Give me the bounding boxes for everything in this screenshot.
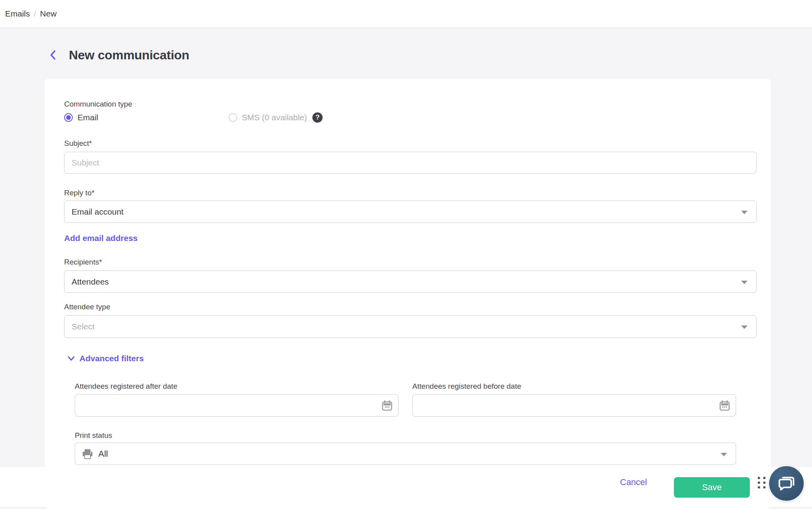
radio-email-label: Email bbox=[78, 113, 98, 122]
attendee-type-placeholder: Select bbox=[72, 322, 94, 331]
calendar-icon[interactable] bbox=[382, 400, 392, 412]
recipients-select[interactable]: Attendees bbox=[64, 270, 757, 293]
chevron-down-icon bbox=[741, 281, 747, 284]
chevron-down-icon bbox=[721, 453, 727, 456]
communication-type-label: Communication type bbox=[64, 100, 757, 108]
chevron-down-icon bbox=[741, 211, 747, 214]
recipients-label: Recipients* bbox=[64, 258, 757, 266]
advanced-filters-label: Advanced filters bbox=[79, 354, 144, 363]
chevron-down-icon bbox=[68, 356, 75, 361]
breadcrumb-separator: / bbox=[34, 9, 36, 18]
radio-selected-dot bbox=[66, 115, 71, 120]
radio-email-circle bbox=[64, 113, 73, 122]
subject-input[interactable] bbox=[64, 152, 757, 174]
advanced-filters-toggle[interactable]: Advanced filters bbox=[68, 354, 757, 363]
footer-action-bar: Cancel Save bbox=[0, 467, 812, 507]
cancel-button[interactable]: Cancel bbox=[614, 472, 653, 492]
back-button[interactable] bbox=[48, 49, 58, 61]
advanced-filters-section: Attendees registered after date bbox=[75, 382, 736, 465]
communication-form-card: Communication type Email SMS (0 availabl… bbox=[44, 79, 771, 509]
top-bar: Emails / New bbox=[0, 0, 812, 28]
sms-help-icon[interactable]: ? bbox=[312, 112, 323, 123]
radio-email[interactable]: Email bbox=[64, 113, 98, 122]
registered-before-label: Attendees registered before date bbox=[412, 382, 736, 391]
calendar-icon[interactable] bbox=[720, 400, 730, 412]
chevron-down-icon bbox=[741, 325, 747, 329]
widget-drag-handle-icon[interactable] bbox=[758, 477, 766, 489]
print-status-value: All bbox=[98, 449, 108, 459]
printer-icon bbox=[82, 449, 93, 459]
breadcrumb-new: New bbox=[40, 9, 57, 18]
reply-to-select[interactable]: Email account bbox=[64, 200, 757, 223]
reply-to-value: Email account bbox=[72, 207, 124, 217]
print-status-select[interactable]: All bbox=[75, 443, 736, 465]
print-status-label: Print status bbox=[75, 431, 736, 440]
registered-after-label: Attendees registered after date bbox=[75, 382, 399, 391]
chat-bubbles-icon bbox=[777, 475, 795, 492]
chevron-left-icon bbox=[50, 50, 56, 60]
breadcrumb: Emails / New bbox=[5, 9, 57, 18]
page-header: New communication bbox=[44, 42, 189, 68]
registered-after-input[interactable] bbox=[75, 394, 399, 417]
registered-before-field: Attendees registered before date bbox=[412, 382, 736, 417]
subject-label: Subject* bbox=[64, 139, 757, 148]
radio-sms-label: SMS (0 available) bbox=[242, 113, 307, 122]
chat-launcher-button[interactable] bbox=[769, 466, 804, 501]
attendee-type-label: Attendee type bbox=[64, 303, 757, 311]
registered-after-field: Attendees registered after date bbox=[75, 382, 399, 417]
communication-type-options: Email SMS (0 available) ? bbox=[64, 113, 757, 122]
page-title: New communication bbox=[69, 48, 189, 62]
registered-before-input[interactable] bbox=[412, 394, 736, 417]
recipients-value: Attendees bbox=[72, 277, 109, 287]
save-button[interactable]: Save bbox=[674, 477, 750, 498]
reply-to-label: Reply to* bbox=[64, 189, 757, 197]
radio-sms-circle bbox=[229, 113, 237, 122]
add-email-address-link[interactable]: Add email address bbox=[64, 233, 138, 243]
radio-sms: SMS (0 available) ? bbox=[229, 112, 323, 123]
attendee-type-select[interactable]: Select bbox=[64, 315, 757, 338]
breadcrumb-emails[interactable]: Emails bbox=[5, 9, 30, 18]
